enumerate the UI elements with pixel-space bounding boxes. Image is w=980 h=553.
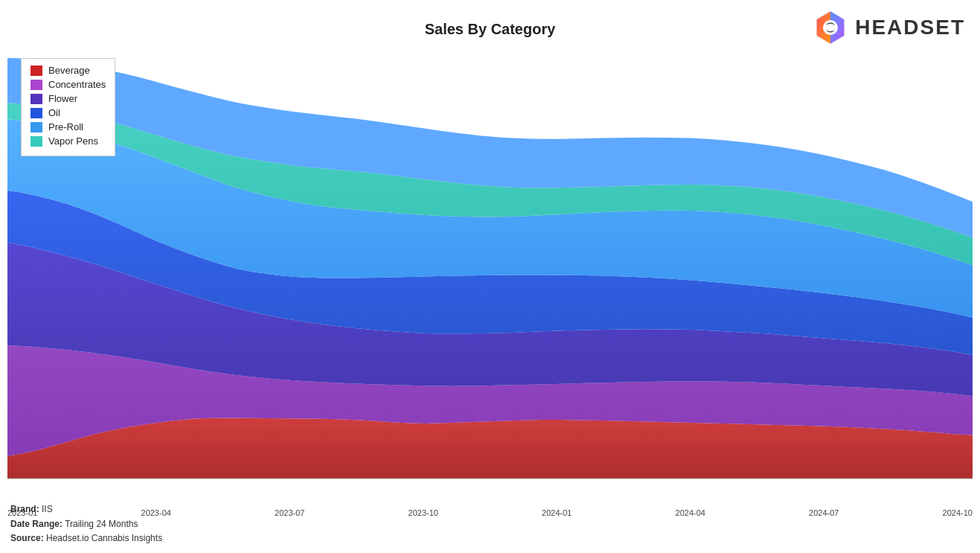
footer-daterange: Date Range: Trailing 24 Months — [10, 517, 162, 531]
legend-item-oil: Oil — [31, 107, 106, 118]
footer-brand: Brand: IIS — [10, 502, 162, 517]
legend-label-oil: Oil — [48, 107, 60, 118]
legend-color-flower — [31, 94, 42, 104]
logo-text: HEADSET — [855, 16, 965, 39]
x-label-2: 2023-07 — [275, 508, 304, 517]
area-beverage — [7, 418, 973, 479]
legend-item-preroll: Pre-Roll — [31, 121, 106, 132]
x-label-7: 2024-10 — [943, 508, 973, 517]
page-container: HEADSET Sales By Category Beverage Conce… — [0, 0, 980, 553]
legend-item-beverage: Beverage — [31, 65, 106, 76]
legend-label-beverage: Beverage — [48, 65, 90, 76]
x-label-6: 2024-07 — [809, 508, 839, 517]
header-logo: HEADSET — [812, 9, 965, 46]
x-label-4: 2024-01 — [542, 508, 571, 517]
date-range-value: Trailing 24 Months — [65, 519, 138, 529]
date-range-label: Date Range: — [10, 519, 63, 529]
legend-item-flower: Flower — [31, 93, 106, 104]
legend-color-oil — [31, 108, 42, 118]
legend-color-vapor — [31, 136, 42, 147]
legend-item-concentrates: Concentrates — [31, 79, 106, 90]
legend-label-vapor: Vapor Pens — [48, 135, 98, 147]
source-value: Headset.io Cannabis Insights — [46, 533, 162, 543]
chart-svg — [7, 52, 973, 493]
legend-color-beverage — [31, 65, 42, 76]
brand-value: IIS — [42, 504, 53, 514]
chart-title: Sales By Category — [425, 21, 556, 38]
footer-source: Source: Headset.io Cannabis Insights — [10, 531, 162, 546]
x-label-5: 2024-04 — [676, 508, 705, 517]
chart-area — [7, 52, 973, 493]
headset-logo-icon — [812, 9, 849, 46]
legend-item-vapor: Vapor Pens — [31, 135, 106, 147]
legend-label-preroll: Pre-Roll — [48, 121, 83, 132]
source-label: Source: — [10, 533, 44, 543]
svg-point-1 — [823, 20, 838, 35]
legend-label-concentrates: Concentrates — [48, 79, 106, 90]
chart-legend: Beverage Concentrates Flower Oil Pre-Rol… — [21, 58, 115, 156]
brand-label: Brand: — [10, 504, 39, 514]
footer-info: Brand: IIS Date Range: Trailing 24 Month… — [10, 502, 162, 546]
legend-color-concentrates — [31, 80, 42, 90]
x-label-3: 2023-10 — [409, 508, 438, 517]
legend-label-flower: Flower — [48, 93, 77, 104]
legend-color-preroll — [31, 122, 42, 132]
